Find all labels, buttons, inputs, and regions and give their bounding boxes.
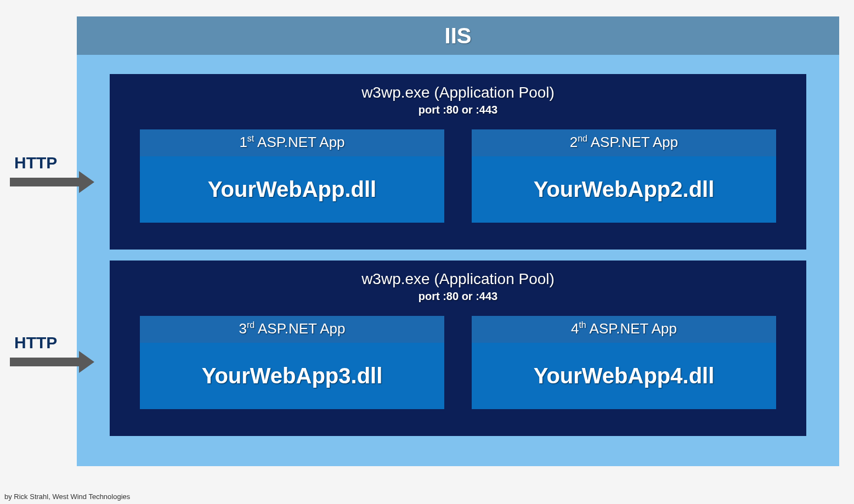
apps-row: 3rd ASP.NET App YourWebApp3.dll 4th ASP.… <box>110 316 806 409</box>
app-ordinal-suffix: rd <box>247 320 254 330</box>
app-pool-title: w3wp.exe (Application Pool) <box>110 270 806 288</box>
app-box-3: 3rd ASP.NET App YourWebApp3.dll <box>140 316 444 409</box>
iis-title: IIS <box>445 24 472 48</box>
arrow-head <box>79 351 94 373</box>
app-dll: YourWebApp.dll <box>140 156 444 223</box>
app-label-rest: ASP.NET App <box>254 134 344 150</box>
app-header: 4th ASP.NET App <box>472 316 776 343</box>
app-header: 1st ASP.NET App <box>140 129 444 156</box>
app-dll: YourWebApp3.dll <box>140 343 444 409</box>
app-ordinal: 4 <box>571 320 579 337</box>
app-ordinal: 3 <box>239 320 247 337</box>
http-label-1: HTTP <box>14 154 57 172</box>
app-pool-1: w3wp.exe (Application Pool) port :80 or … <box>110 74 806 250</box>
app-ordinal-suffix: st <box>247 134 254 143</box>
app-dll: YourWebApp4.dll <box>472 343 776 409</box>
app-ordinal-suffix: nd <box>578 134 587 143</box>
credit-text: by Rick Strahl, West Wind Technologies <box>4 492 130 501</box>
iis-header: IIS <box>77 16 839 55</box>
app-label-rest: ASP.NET App <box>254 320 345 337</box>
app-pool-title: w3wp.exe (Application Pool) <box>110 84 806 101</box>
diagram-canvas: IIS w3wp.exe (Application Pool) port :80… <box>0 0 854 504</box>
app-box-2: 2nd ASP.NET App YourWebApp2.dll <box>472 129 776 223</box>
app-pool-port: port :80 or :443 <box>110 104 806 116</box>
app-dll: YourWebApp2.dll <box>472 156 776 223</box>
arrow-icon <box>10 351 98 373</box>
app-pool-2: w3wp.exe (Application Pool) port :80 or … <box>110 261 806 436</box>
app-label-rest: ASP.NET App <box>586 320 677 337</box>
app-ordinal-suffix: th <box>579 320 586 330</box>
apps-row: 1st ASP.NET App YourWebApp.dll 2nd ASP.N… <box>110 129 806 223</box>
app-header: 2nd ASP.NET App <box>472 129 776 156</box>
iis-container: IIS w3wp.exe (Application Pool) port :80… <box>77 16 839 466</box>
app-pool-port: port :80 or :443 <box>110 290 806 303</box>
app-ordinal: 1 <box>239 134 247 150</box>
arrow-shaft <box>10 178 80 186</box>
app-box-4: 4th ASP.NET App YourWebApp4.dll <box>472 316 776 409</box>
arrow-head <box>79 171 94 193</box>
app-label-rest: ASP.NET App <box>587 134 678 150</box>
arrow-icon <box>10 171 98 193</box>
app-header: 3rd ASP.NET App <box>140 316 444 343</box>
app-box-1: 1st ASP.NET App YourWebApp.dll <box>140 129 444 223</box>
http-label-2: HTTP <box>14 333 57 352</box>
arrow-shaft <box>10 358 80 366</box>
app-ordinal: 2 <box>570 134 578 150</box>
